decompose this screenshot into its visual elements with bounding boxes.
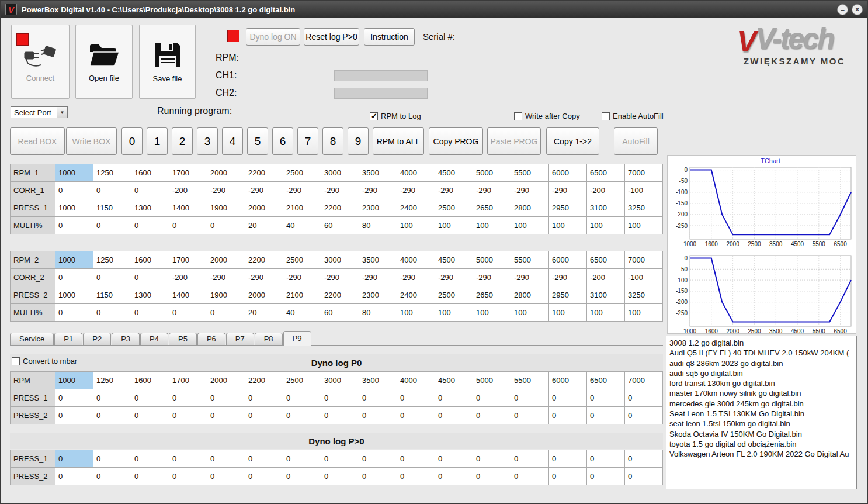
file-list-item[interactable]: Audi Q5 II (FY FL) 40 TDI MHEV 2.0 150kW… <box>669 348 853 358</box>
grid-cell[interactable]: 100 <box>435 304 473 322</box>
grid-cell[interactable]: 0 <box>93 389 131 407</box>
grid-cell[interactable]: -290 <box>245 182 283 199</box>
grid-cell[interactable]: 2950 <box>549 286 587 304</box>
grid-cell[interactable]: 6500 <box>587 372 625 389</box>
grid-cell[interactable]: -100 <box>625 269 663 286</box>
grid-cell[interactable]: 4500 <box>435 251 473 269</box>
grid-cell[interactable]: 6000 <box>549 372 587 389</box>
grid-cell[interactable]: 1000 <box>55 251 93 269</box>
grid-cell[interactable]: 1600 <box>131 372 169 389</box>
grid-cell[interactable]: 0 <box>93 182 131 199</box>
grid-cell[interactable]: 3250 <box>625 286 663 304</box>
grid-cell[interactable]: 0 <box>131 389 169 407</box>
grid-cell[interactable]: 100 <box>511 217 549 234</box>
grid-cell[interactable]: 2500 <box>435 199 473 217</box>
grid-cell[interactable]: 3500 <box>359 372 397 389</box>
grid-cell[interactable]: 5500 <box>511 372 549 389</box>
grid-cell[interactable]: 0 <box>207 450 245 468</box>
grid-cell[interactable]: 3100 <box>587 199 625 217</box>
enable-autofill-checkbox[interactable]: Enable AutoFill <box>602 112 664 120</box>
grid-cell[interactable]: 1700 <box>169 372 207 389</box>
grid-cell[interactable]: 1400 <box>169 199 207 217</box>
grid-cell[interactable]: -290 <box>245 269 283 286</box>
grid-cell[interactable]: 100 <box>625 304 663 322</box>
file-list-item[interactable]: Volkswagen Arteon FL 2.0 190KM 2022 Go D… <box>669 449 853 459</box>
grid-cell[interactable]: 6500 <box>587 164 625 182</box>
grid-cell[interactable]: 0 <box>245 450 283 468</box>
grid-cell[interactable]: 0 <box>435 407 473 424</box>
grid-cell[interactable]: 0 <box>321 407 359 424</box>
grid-cell[interactable]: 0 <box>321 468 359 485</box>
digit-5-button[interactable]: 5 <box>247 127 268 155</box>
grid-cell[interactable]: 60 <box>321 217 359 234</box>
file-list-item[interactable]: toyota 1.5 go digital od obciążenia.bin <box>669 439 853 449</box>
tab-service[interactable]: Service <box>10 333 54 345</box>
grid-cell[interactable]: 5500 <box>511 251 549 269</box>
grid-cell[interactable]: 1700 <box>169 251 207 269</box>
grid-cell[interactable]: 0 <box>131 304 169 322</box>
grid-cell[interactable]: 0 <box>131 182 169 199</box>
grid-cell[interactable]: 2200 <box>321 286 359 304</box>
grid-cell[interactable]: 1000 <box>55 372 93 389</box>
grid-cell[interactable]: 1600 <box>131 164 169 182</box>
grid-cell[interactable]: 0 <box>93 269 131 286</box>
grid-cell[interactable]: 100 <box>397 304 435 322</box>
grid-cell[interactable]: 0 <box>93 468 131 485</box>
grid-cell[interactable]: 0 <box>283 407 321 424</box>
grid-cell[interactable]: 0 <box>397 407 435 424</box>
grid-cell[interactable]: 40 <box>283 304 321 322</box>
grid-cell[interactable]: 0 <box>625 450 663 468</box>
grid-cell[interactable]: -290 <box>359 269 397 286</box>
grid-cell[interactable]: 2500 <box>283 164 321 182</box>
grid-cell[interactable]: 20 <box>245 304 283 322</box>
grid-cell[interactable]: 0 <box>55 450 93 468</box>
grid-cell[interactable]: 0 <box>625 407 663 424</box>
grid-cell[interactable]: 0 <box>587 407 625 424</box>
grid-cell[interactable]: 2650 <box>473 199 511 217</box>
copy-prog-button[interactable]: Copy PROG <box>429 127 483 155</box>
grid-cell[interactable]: 6000 <box>549 164 587 182</box>
grid-cell[interactable]: 0 <box>511 450 549 468</box>
grid-cell[interactable]: -100 <box>625 182 663 199</box>
grid-cell[interactable]: 0 <box>207 407 245 424</box>
grid-cell[interactable]: 0 <box>435 450 473 468</box>
grid-cell[interactable]: -290 <box>359 182 397 199</box>
grid-cell[interactable]: 3500 <box>359 251 397 269</box>
grid-cell[interactable]: 5500 <box>511 164 549 182</box>
grid-cell[interactable]: 5000 <box>473 251 511 269</box>
grid-cell[interactable]: 100 <box>549 217 587 234</box>
grid-cell[interactable]: 1900 <box>207 199 245 217</box>
grid-cell[interactable]: -290 <box>511 269 549 286</box>
read-box-button[interactable]: Read BOX <box>10 127 65 155</box>
file-list-item[interactable]: mercedes gle 300d 245km go digital.bin <box>669 399 853 409</box>
grid-cell[interactable]: -290 <box>321 269 359 286</box>
grid-cell[interactable]: 0 <box>549 450 587 468</box>
grid-cell[interactable]: 2000 <box>245 199 283 217</box>
grid-cell[interactable]: 4500 <box>435 372 473 389</box>
grid-cell[interactable]: 2100 <box>283 199 321 217</box>
grid-cell[interactable]: 0 <box>55 182 93 199</box>
grid-cell[interactable]: 1000 <box>55 286 93 304</box>
grid-cell[interactable]: 0 <box>207 468 245 485</box>
grid-cell[interactable]: -290 <box>473 182 511 199</box>
file-list-item[interactable]: ford transit 130km go digital.bin <box>669 378 853 388</box>
grid-cell[interactable]: 1250 <box>93 164 131 182</box>
grid-cell[interactable]: 80 <box>359 304 397 322</box>
grid-cell[interactable]: 2200 <box>245 164 283 182</box>
grid-cell[interactable]: 0 <box>55 468 93 485</box>
grid-cell[interactable]: 100 <box>587 217 625 234</box>
grid-cell[interactable]: 20 <box>245 217 283 234</box>
file-list-item[interactable]: Seat Leon 1.5 TSI 130KM Go Digital.bin <box>669 409 853 419</box>
grid-cell[interactable]: -290 <box>283 269 321 286</box>
grid-cell[interactable]: 2200 <box>245 251 283 269</box>
tab-p3[interactable]: P3 <box>112 333 140 345</box>
rpm-to-log-checkbox[interactable]: RPM to Log <box>370 112 421 120</box>
grid-cell[interactable]: 0 <box>359 389 397 407</box>
grid-cell[interactable]: 0 <box>549 389 587 407</box>
file-list-item[interactable]: Skoda Octavia IV 150KM Go Digital.bin <box>669 429 853 439</box>
grid-cell[interactable]: 0 <box>93 407 131 424</box>
grid-cell[interactable]: 2500 <box>435 286 473 304</box>
digit-8-button[interactable]: 8 <box>322 127 343 155</box>
grid-cell[interactable]: 0 <box>131 269 169 286</box>
digit-4-button[interactable]: 4 <box>222 127 243 155</box>
